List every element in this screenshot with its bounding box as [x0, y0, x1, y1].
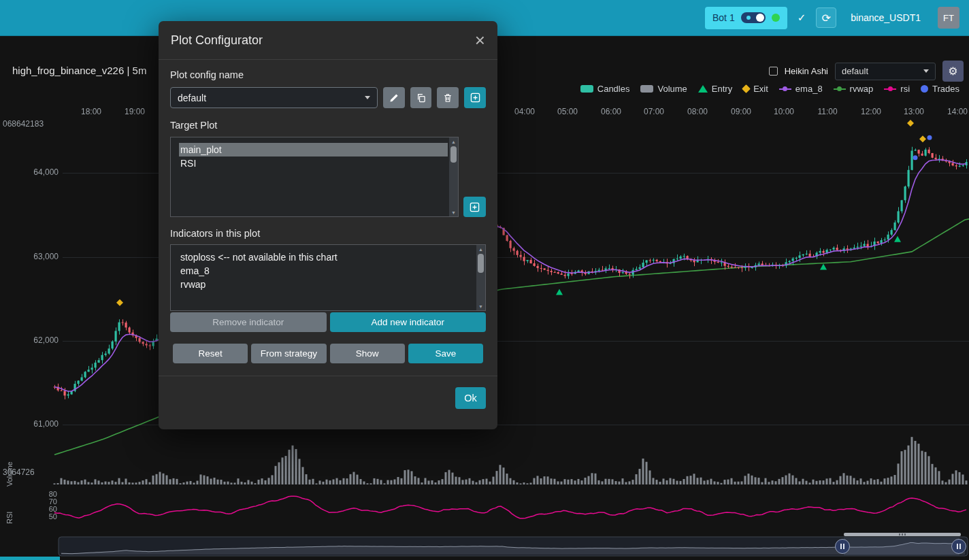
chevron-down-icon	[923, 69, 929, 73]
check-icon: ✓	[798, 12, 806, 24]
target-plot-item[interactable]: main_plot	[179, 143, 448, 157]
plot-config-select[interactable]: default	[835, 63, 936, 80]
target-plot-list[interactable]: main_plotRSI ▲ ▼	[170, 137, 459, 217]
trades-legend-marker-icon	[921, 85, 928, 93]
from-strategy-button[interactable]: From strategy	[251, 344, 326, 363]
rvwap-legend-marker-icon	[834, 88, 846, 90]
bot-online-status-dot	[772, 14, 780, 22]
instance-name: binance_USDT1	[851, 12, 921, 23]
heikin-ashi-label: Heikin Ashi	[785, 66, 828, 76]
config-name-select[interactable]: default	[170, 87, 378, 108]
legend-label: Exit	[753, 84, 768, 94]
bot-name-label: Bot 1	[712, 12, 735, 23]
chart-pair-title: high_frog_binance_v226 | 5m	[12, 65, 146, 76]
legend-item-exit[interactable]: Exit	[743, 84, 768, 94]
legend-item-entry[interactable]: Entry	[698, 84, 732, 94]
legend-item-candles[interactable]: Candles	[580, 84, 630, 94]
heikin-ashi-checkbox[interactable]	[769, 67, 778, 76]
modal-header: Plot Configurator ×	[159, 21, 497, 60]
exit-legend-marker-icon	[742, 84, 751, 93]
legend-item-rvwap[interactable]: rvwap	[834, 84, 874, 94]
indicator-item[interactable]: rvwap	[179, 278, 475, 291]
config-name-select-value: default	[178, 93, 206, 103]
plot-config-name-label: Plot config name	[170, 69, 486, 80]
save-button[interactable]: Save	[408, 344, 483, 363]
gear-icon: ⚙	[948, 65, 957, 78]
datazoom-scrollbar[interactable]	[844, 533, 961, 536]
bot-enable-toggle[interactable]	[741, 12, 766, 23]
chart-legend: CandlesVolumeEntryExitema_8rvwaprsiTrade…	[580, 84, 959, 94]
show-button[interactable]: Show	[330, 344, 405, 363]
legend-item-trades[interactable]: Trades	[921, 84, 959, 94]
legend-item-rsi[interactable]: rsi	[884, 84, 910, 94]
datazoom-right-handle[interactable]	[951, 539, 966, 554]
plus-square-icon	[470, 93, 480, 103]
volume-legend-marker-icon	[640, 85, 653, 93]
entry-legend-marker-icon	[698, 85, 708, 93]
reset-button[interactable]: Reset	[173, 344, 248, 363]
add-target-plot-button[interactable]	[463, 197, 486, 217]
datazoom-left-handle[interactable]	[835, 539, 850, 554]
plot-config-select-value: default	[842, 66, 868, 76]
duplicate-config-button[interactable]	[410, 87, 432, 108]
plot-settings-button[interactable]: ⚙	[942, 61, 964, 82]
delete-config-button[interactable]	[437, 87, 459, 108]
indicators-list[interactable]: stoploss <-- not available in this chart…	[170, 244, 486, 311]
ema_8-legend-marker-icon	[779, 88, 791, 90]
legend-label: Volume	[657, 84, 687, 94]
refresh-icon: ⟳	[822, 12, 831, 24]
remove-indicator-button[interactable]: Remove indicator	[170, 312, 327, 332]
pencil-icon	[389, 93, 399, 103]
indicators-label: Indicators in this plot	[170, 228, 486, 239]
legend-label: Entry	[712, 84, 732, 94]
plot-configurator-modal: Plot Configurator × Plot config name def…	[159, 21, 497, 429]
scroll-down-icon[interactable]: ▼	[449, 208, 458, 216]
trash-icon	[443, 93, 453, 103]
legend-label: Candles	[597, 84, 630, 94]
legend-item-ema_8[interactable]: ema_8	[779, 84, 823, 94]
modal-title: Plot Configurator	[171, 33, 263, 48]
legend-label: rsi	[900, 84, 910, 94]
legend-label: Trades	[932, 84, 959, 94]
scroll-up-icon[interactable]: ▲	[449, 137, 458, 146]
rsi-legend-marker-icon	[884, 88, 896, 90]
target-plot-item[interactable]: RSI	[179, 157, 448, 170]
scrollbar-thumb[interactable]	[478, 254, 484, 273]
target-plot-scrollbar[interactable]: ▲ ▼	[449, 137, 458, 216]
scrollbar-thumb[interactable]	[450, 146, 457, 163]
ok-button[interactable]: Ok	[455, 387, 486, 409]
legend-label: ema_8	[795, 84, 823, 94]
target-plot-label: Target Plot	[170, 120, 486, 131]
chart-controls: Heikin Ashi default ⚙	[769, 61, 964, 82]
add-config-button[interactable]	[464, 87, 486, 108]
refresh-button[interactable]: ⟳	[816, 7, 836, 28]
indicator-item[interactable]: stoploss <-- not available in this chart	[179, 250, 475, 264]
edit-config-button[interactable]	[383, 87, 405, 108]
plus-square-icon	[470, 202, 480, 212]
indicators-scrollbar[interactable]: ▲ ▼	[476, 245, 485, 310]
user-avatar[interactable]: FT	[938, 7, 959, 29]
bot-selector[interactable]: Bot 1	[705, 7, 787, 29]
chevron-down-icon	[365, 96, 370, 99]
scroll-down-icon[interactable]: ▼	[476, 302, 485, 310]
copy-icon	[416, 93, 426, 103]
add-new-indicator-button[interactable]: Add new indicator	[330, 312, 487, 332]
legend-label: rvwap	[850, 84, 874, 94]
scroll-up-icon[interactable]: ▲	[476, 245, 485, 253]
candles-legend-marker-icon	[580, 85, 593, 93]
close-icon[interactable]: ×	[475, 31, 485, 49]
bottom-accent-strip	[0, 557, 60, 560]
indicator-item[interactable]: ema_8	[179, 264, 475, 278]
legend-item-volume[interactable]: Volume	[640, 84, 687, 94]
